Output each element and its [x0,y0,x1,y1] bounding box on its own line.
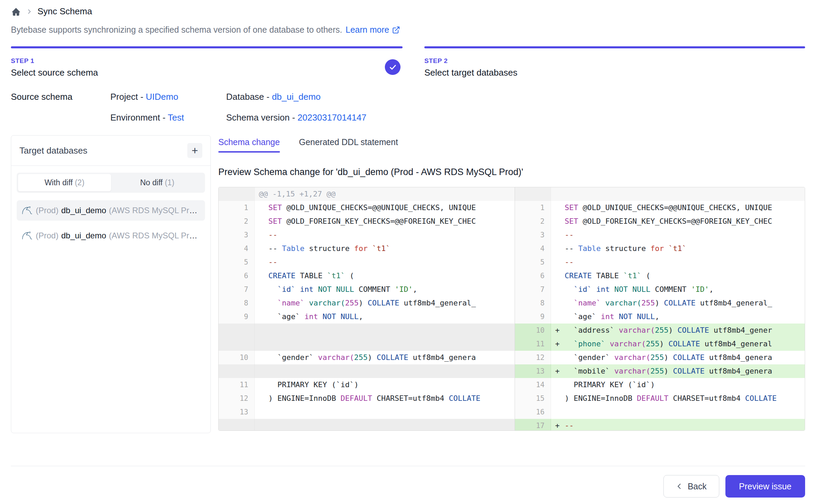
diff-code-row: 3-- [515,228,805,242]
source-environment: Environment - Test [110,112,226,123]
target-database-list: (Prod)db_ui_demo(AWS RDS MySQL Prod) (Pr… [17,200,205,246]
database-link[interactable]: db_ui_demo [272,92,320,102]
diff-code-row: 11+ `phone` varchar(255) COLLATE utf8mb4… [515,337,805,351]
step-1-completed-badge [385,59,401,75]
sync-schema-page: Sync Schema Bytebase supports synchroniz… [0,0,816,504]
step-1: STEP 1 Select source schema [11,46,403,78]
diff-code-row: 13+ `mobile` varchar(255) COLLATE utf8mb… [515,364,805,378]
preview-issue-button[interactable]: Preview issue [725,475,805,498]
diff-pane-original: @@ -1,15 +1,27 @@1SET @OLD_UNIQUE_CHECKS… [219,187,515,430]
diff-code-row: 3-- [219,228,515,242]
diff-code-row: 6CREATE TABLE `t1` ( [515,269,805,283]
add-target-database-button[interactable]: + [187,143,202,158]
environment-link[interactable]: Test [168,112,184,123]
preview-title: Preview Schema change for 'db_ui_demo (P… [218,167,805,177]
tab-generated-ddl[interactable]: Generated DDL statement [299,137,398,152]
footer-actions: Back Preview issue [11,475,805,498]
target-databases-panel: Target databases + With diff (2) No diff… [11,135,211,433]
diff-code-row: 10+ `address` varchar(255) COLLATE utf8m… [515,324,805,337]
page-title: Sync Schema [37,6,92,17]
breadcrumb: Sync Schema [11,0,805,17]
step-indicator: STEP 1 Select source schema STEP 2 Selec… [11,46,805,78]
source-project: Project - UIDemo [110,92,226,102]
diff-hunk-header [515,187,805,201]
check-icon [389,63,397,71]
footer-divider [11,466,805,466]
diff-code-row: 5-- [515,255,805,269]
diff-filler-row [219,337,515,351]
project-link[interactable]: UIDemo [146,92,178,102]
diff-code-row: 14 PRIMARY KEY (`id`) [515,378,805,392]
diff-code-row: 5-- [219,255,515,269]
learn-more-link[interactable]: Learn more [346,25,400,35]
home-icon[interactable] [11,6,21,17]
chevron-left-icon [676,483,683,490]
diff-code-row: 4-- Table structure for `t1` [219,242,515,255]
diff-hunk-header: @@ -1,15 +1,27 @@ [219,187,515,201]
diff-code-row: 1SET @OLD_UNIQUE_CHECKS=@@UNIQUE_CHECKS,… [515,201,805,215]
step-1-title: Select source schema [11,67,403,78]
database-item-text: (Prod)db_ui_demo(AWS RDS MySQL Prod) [36,206,200,215]
diff-code-row: 9 `age` int NOT NULL, [515,310,805,324]
description-text: Bytebase supports synchronizing a specif… [11,25,342,35]
diff-filler-row [219,364,515,378]
page-description: Bytebase supports synchronizing a specif… [11,25,805,35]
mysql-icon [21,231,32,240]
diff-code-row: 8 `name` varchar(255) COLLATE utf8mb4_ge… [515,296,805,310]
diff-code-row: 8 `name` varchar(255) COLLATE utf8mb4_ge… [219,296,515,310]
tab-no-diff[interactable]: No diff (1) [111,174,204,191]
source-version: Schema version - 20230317014147 [226,112,805,123]
database-item-text: (Prod)db_ui_demo(AWS RDS MySQL Prod) [36,231,200,240]
list-item-database-2[interactable]: (Prod)db_ui_demo(AWS RDS MySQL Prod) [17,225,205,246]
back-button[interactable]: Back [663,475,719,498]
diff-code-row: 2SET @OLD_FOREIGN_KEY_CHECKS=@@FOREIGN_K… [219,215,515,228]
diff-filler-row [219,419,515,430]
diff-code-row: 16 [515,405,805,419]
schema-preview-panel: Schema change Generated DDL statement Pr… [218,135,805,431]
diff-code-row: 4-- Table structure for `t1` [515,242,805,255]
diff-code-row: 7 `id` int NOT NULL COMMENT 'ID', [219,283,515,296]
diff-filter-tabs: With diff (2) No diff (1) [17,173,205,193]
step-1-progress-bar [11,46,403,48]
chevron-right-icon [27,9,32,14]
source-schema-summary: Source schema Project - UIDemo Database … [11,92,805,123]
diff-filler-row [219,324,515,337]
step-2-progress-bar [424,46,805,48]
tab-with-diff[interactable]: With diff (2) [18,174,111,191]
step-2: STEP 2 Select target databases [424,46,805,78]
step-1-label: STEP 1 [11,57,403,65]
diff-code-row: 9 `age` int NOT NULL, [219,310,515,324]
source-schema-label: Source schema [11,92,110,102]
schema-diff-viewer: @@ -1,15 +1,27 @@1SET @OLD_UNIQUE_CHECKS… [218,187,805,431]
diff-code-row: 13 [219,405,515,419]
diff-code-row: 2SET @OLD_FOREIGN_KEY_CHECKS=@@FOREIGN_K… [515,215,805,228]
schema-version-link[interactable]: 20230317014147 [298,112,366,123]
diff-code-row: 11 PRIMARY KEY (`id`) [219,378,515,392]
diff-code-row: 12) ENGINE=InnoDB DEFAULT CHARSET=utf8mb… [219,392,515,405]
diff-code-row: 17+-- [515,419,805,430]
diff-code-row: 7 `id` int NOT NULL COMMENT 'ID', [515,283,805,296]
main-content: Target databases + With diff (2) No diff… [11,135,805,433]
tab-schema-change[interactable]: Schema change [218,137,280,152]
target-databases-title: Target databases [19,145,87,156]
mysql-icon [21,206,32,215]
step-2-title: Select target databases [424,67,805,78]
diff-code-row: 1SET @OLD_UNIQUE_CHECKS=@@UNIQUE_CHECKS,… [219,201,515,215]
divider [11,166,210,166]
external-link-icon [392,26,400,34]
source-database: Database - db_ui_demo [226,92,805,102]
step-2-label: STEP 2 [424,57,805,65]
list-item-database-1[interactable]: (Prod)db_ui_demo(AWS RDS MySQL Prod) [17,200,205,221]
diff-pane-modified: 1SET @OLD_UNIQUE_CHECKS=@@UNIQUE_CHECKS,… [515,187,805,430]
diff-code-row: 12 `gender` varchar(255) COLLATE utf8mb4… [515,351,805,364]
diff-code-row: 10 `gender` varchar(255) COLLATE utf8mb4… [219,351,515,364]
diff-code-row: 15) ENGINE=InnoDB DEFAULT CHARSET=utf8mb… [515,392,805,405]
diff-code-row: 6CREATE TABLE `t1` ( [219,269,515,283]
preview-tabs: Schema change Generated DDL statement [218,137,805,157]
